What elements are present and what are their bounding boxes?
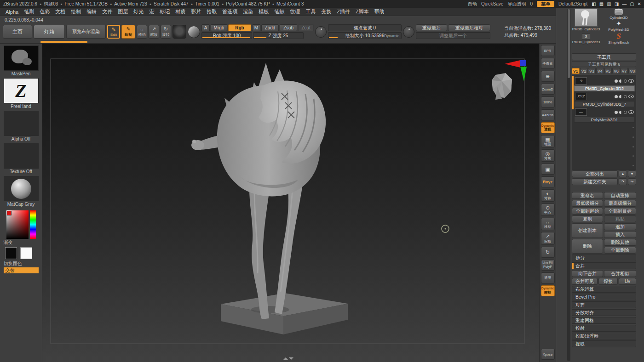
current-material[interactable]: MatCap Gray — [4, 176, 39, 207]
menu-item[interactable]: 帮助 — [372, 8, 387, 15]
boolean-section[interactable]: 布尔运算 — [572, 286, 636, 293]
merge-section[interactable]: 合并 — [572, 262, 636, 269]
symmetry-button[interactable]: ◐对称 — [541, 189, 555, 202]
grid-layout-icon[interactable]: ▦ — [599, 1, 604, 6]
minimize-icon[interactable]: — — [622, 1, 627, 6]
material-thumbnail[interactable] — [4, 176, 39, 201]
all-to-start-button[interactable]: 全部到起始 — [572, 208, 603, 215]
scatter-align-section[interactable]: 分散对齐 — [572, 309, 636, 316]
transparency-button[interactable]: 透明 — [541, 272, 555, 283]
stroke-alpha-preview[interactable] — [172, 25, 186, 39]
draw-size-slider[interactable]: 绘制大小 10.53596 Dynamic — [328, 32, 402, 39]
active-tool-thumbnail[interactable] — [575, 8, 598, 27]
tab-v2[interactable]: V2 — [580, 68, 588, 74]
texture-thumbnail[interactable] — [4, 143, 39, 169]
delete-other-button[interactable]: 删除其他 — [604, 239, 636, 246]
simplebrush-label[interactable]: SimpleBrush — [608, 40, 629, 45]
menu-item[interactable]: 编辑 — [84, 8, 99, 15]
remesh-section[interactable]: 重建网格 — [572, 317, 636, 324]
focal-shift-slider[interactable]: 焦点衰减 0 — [328, 24, 402, 31]
adjust-last-slider[interactable]: 调整最后一个 — [416, 32, 490, 39]
visibility-icons[interactable] — [615, 95, 634, 98]
mrgb-button[interactable]: Mrgb — [211, 24, 227, 31]
alpha-thumbnail[interactable] — [4, 111, 39, 136]
menu-item[interactable]: 模板 — [256, 8, 271, 15]
new-folder-button[interactable]: 新建文件夹 — [572, 178, 618, 185]
menu-item[interactable]: 宏 — [146, 8, 157, 15]
move-down-icon[interactable]: ▼ — [628, 170, 636, 177]
auto-reorder-button[interactable]: 自动重排 — [604, 192, 636, 199]
tab-v5[interactable]: V5 — [604, 68, 612, 74]
frame-button[interactable]: ◎对焦 — [541, 149, 555, 162]
menu-button[interactable]: 菜单 — [537, 1, 554, 7]
dock-right-icon[interactable]: ◨ — [615, 1, 619, 6]
menu-item[interactable]: 笔触 — [271, 8, 287, 15]
visibility-icons[interactable] — [615, 79, 634, 83]
swap-colors-button[interactable]: 交替 — [4, 267, 39, 273]
hue-strip[interactable] — [30, 210, 36, 239]
scale-button[interactable]: ↗ 缩放 — [149, 25, 159, 39]
rgb-button[interactable]: Rgb — [228, 24, 251, 31]
quicksave-button[interactable]: QuickSave — [481, 1, 503, 6]
list-all-button[interactable]: 全部列出 — [572, 170, 618, 177]
material-sphere-icon[interactable] — [188, 26, 200, 38]
m-button[interactable]: M — [252, 24, 260, 31]
merge-similar-button[interactable]: 合并相似 — [604, 270, 636, 277]
edit-button[interactable]: ✎ Edit — [107, 25, 120, 39]
menu-item[interactable]: Alpha — [3, 9, 21, 15]
spix-button[interactable]: 子像素 — [541, 58, 555, 69]
zcut-button[interactable]: Zcut — [298, 24, 314, 31]
lightbox-button[interactable]: 灯箱 — [34, 25, 65, 39]
menu-item[interactable]: 纹理 — [287, 8, 303, 15]
current-texture[interactable]: Texture Off — [4, 143, 39, 175]
aa-half-button[interactable]: AA50% — [541, 109, 555, 120]
project-relief-section[interactable]: 投影浅浮雕 — [572, 333, 636, 339]
scale-gizmo-button[interactable]: ↗缩放 — [541, 232, 555, 244]
menu-item[interactable]: 笔刷 — [21, 8, 37, 15]
uv-button[interactable]: Uv — [619, 278, 636, 285]
draw-button[interactable]: ✎ 绘制 — [121, 25, 135, 39]
duplicate-button[interactable]: 创建副本 — [572, 223, 603, 238]
menu-item[interactable]: 材质 — [172, 8, 188, 15]
merge-down-button[interactable]: 向下合并 — [572, 270, 603, 277]
columns-layout-icon[interactable]: ▥ — [607, 1, 611, 6]
tab-v1[interactable]: V1 — [572, 68, 580, 74]
dock-left-icon[interactable]: ◧ — [592, 1, 596, 6]
merge-visible-button[interactable]: 合并可见 — [572, 278, 598, 285]
menu-item[interactable]: 绘制 — [68, 8, 84, 15]
subtool-item[interactable]: XYZ PM3D_Cylinder3D2_7 — [574, 92, 635, 107]
panel-scrollbar[interactable] — [567, 9, 570, 361]
menu-item[interactable]: Z脚本 — [353, 8, 372, 15]
zadd-button[interactable]: Zadd — [261, 24, 279, 31]
copy-button[interactable]: 复制 — [572, 215, 603, 222]
split-section[interactable]: 拆分 — [572, 255, 636, 261]
move-button[interactable]: ↔ 移动 — [137, 25, 147, 39]
menu-item[interactable]: 影片 — [188, 8, 204, 15]
tab-v7[interactable]: V7 — [621, 68, 628, 74]
current-stroke[interactable]: Z FreeHand — [4, 78, 39, 109]
current-alpha[interactable]: Alpha Off — [4, 111, 39, 142]
menu-item[interactable]: 图层 — [115, 8, 131, 15]
menu-item[interactable]: 工具 — [303, 8, 318, 15]
z-intensity-slider[interactable]: Z 强度 25 — [253, 32, 304, 39]
redo-arrow-icon[interactable]: ↷ — [619, 178, 627, 185]
local-rxyz-button[interactable]: Rxyz — [541, 176, 555, 187]
cylinder3d-icon[interactable] — [614, 8, 624, 15]
menu-item[interactable]: Z插件 — [334, 8, 353, 15]
menu-item[interactable]: 首选项 — [219, 8, 240, 15]
actual-size-button[interactable]: 100% — [541, 96, 555, 107]
menu-item[interactable]: 灯光 — [131, 8, 146, 15]
rotate-button[interactable]: ↻ 旋转 — [161, 25, 171, 39]
menu-item[interactable]: 色彩 — [37, 8, 52, 15]
align-section[interactable]: 对齐 — [572, 301, 636, 308]
menu-item[interactable]: 标记 — [157, 8, 172, 15]
menu-item[interactable]: 渲染 — [240, 8, 256, 15]
alpha-quick-button[interactable]: A — [201, 24, 210, 31]
tab-v3[interactable]: V3 — [588, 68, 596, 74]
subtool-header[interactable]: 子工具 — [572, 53, 636, 60]
zsub-button[interactable]: Zsub — [280, 24, 297, 31]
menu-item[interactable]: 文档 — [52, 8, 68, 15]
visibility-icons[interactable] — [615, 110, 634, 114]
viewport-canvas[interactable] — [42, 44, 539, 362]
secondary-color-swatch[interactable] — [20, 247, 32, 259]
